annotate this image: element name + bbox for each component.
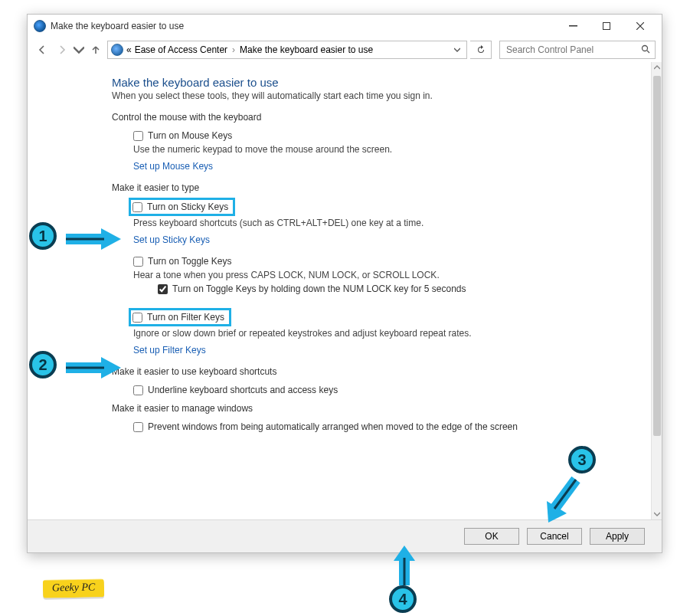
setup-mouse-keys-link[interactable]: Set up Mouse Keys (133, 161, 567, 172)
page-heading: Make the keyboard easier to use (112, 76, 651, 89)
vertical-scrollbar[interactable] (651, 62, 662, 519)
group-legend: Make it easier to use keyboard shortcuts (112, 366, 281, 377)
page-subtext: When you select these tools, they will a… (112, 90, 651, 101)
cancel-button[interactable]: Cancel (527, 528, 582, 545)
type-group: Make it easier to type Turn on Sticky Ke… (112, 182, 567, 356)
dialog-button-bar: OK Cancel Apply (28, 520, 662, 552)
checkbox-label: Prevent windows from being automatically… (148, 421, 518, 432)
mouse-keys-desc: Use the numeric keypad to move the mouse… (133, 144, 567, 155)
scroll-up-arrow-icon[interactable] (652, 62, 662, 73)
toggle-keys-hold-checkbox-row[interactable]: Turn on Toggle Keys by holding down the … (158, 283, 567, 294)
annotation-bubble-1: 1 (29, 222, 57, 250)
manage-windows-group: Make it easier to manage windows Prevent… (112, 403, 567, 432)
filter-keys-desc: Ignore or slow down brief or repeated ke… (133, 328, 567, 339)
turn-on-toggle-keys-checkbox[interactable] (133, 257, 143, 267)
forward-button[interactable] (54, 44, 70, 55)
scroll-down-arrow-icon[interactable] (652, 509, 662, 519)
search-input[interactable] (505, 44, 641, 56)
apply-button[interactable]: Apply (590, 528, 645, 545)
checkbox-label: Turn on Sticky Keys (147, 202, 228, 212)
back-button[interactable] (34, 44, 51, 55)
control-panel-window: Make the keyboard easier to use « Ease o… (27, 14, 662, 553)
group-legend: Make it easier to type (112, 182, 204, 193)
mouse-keys-checkbox-row[interactable]: Turn on Mouse Keys (133, 130, 567, 141)
toggle-keys-desc: Hear a tone when you press CAPS LOCK, NU… (133, 270, 567, 280)
annotation-bubble-2: 2 (29, 351, 57, 378)
checkbox-label: Turn on Filter Keys (147, 312, 224, 323)
underline-shortcuts-checkbox-row[interactable]: Underline keyboard shortcuts and access … (133, 385, 567, 395)
recent-dropdown-icon[interactable] (74, 44, 84, 55)
underline-shortcuts-checkbox[interactable] (133, 385, 143, 395)
ease-of-access-icon (34, 20, 46, 32)
search-box[interactable] (499, 41, 656, 59)
ok-button[interactable]: OK (464, 528, 519, 545)
checkbox-label: Underline keyboard shortcuts and access … (148, 385, 338, 395)
refresh-button[interactable] (470, 41, 492, 59)
chevron-right-icon: › (231, 44, 237, 55)
breadcrumb-prefix: « (126, 44, 132, 55)
turn-on-mouse-keys-checkbox[interactable] (133, 131, 143, 141)
shortcuts-group: Make it easier to use keyboard shortcuts… (112, 366, 567, 395)
maximize-button[interactable] (590, 15, 623, 37)
setup-sticky-keys-link[interactable]: Set up Sticky Keys (133, 234, 567, 245)
page-content: Make the keyboard easier to use When you… (28, 62, 651, 519)
svg-rect-1 (603, 23, 610, 30)
search-icon[interactable] (641, 44, 650, 56)
toggle-keys-checkbox-row[interactable]: Turn on Toggle Keys (133, 256, 567, 267)
turn-on-filter-keys-checkbox[interactable] (132, 313, 142, 323)
sticky-keys-desc: Press keyboard shortcuts (such as CTRL+A… (133, 218, 567, 228)
svg-rect-0 (569, 25, 577, 27)
breadcrumb-item[interactable]: Ease of Access Center (135, 44, 227, 55)
window-title: Make the keyboard easier to use (51, 21, 556, 31)
navigation-toolbar: « Ease of Access Center › Make the keybo… (28, 38, 662, 62)
sticky-keys-highlight: Turn on Sticky Keys (129, 198, 235, 216)
annotation-bubble-4: 4 (389, 585, 417, 613)
prevent-arrange-checkbox-row[interactable]: Prevent windows from being automatically… (133, 421, 567, 432)
mouse-keys-group: Control the mouse with the keyboard Turn… (112, 112, 567, 172)
annotation-bubble-3: 3 (568, 446, 596, 473)
control-panel-icon (111, 44, 123, 56)
filter-keys-checkbox-row[interactable]: Turn on Filter Keys (132, 312, 224, 323)
sticky-keys-checkbox-row[interactable]: Turn on Sticky Keys (132, 202, 228, 212)
toggle-keys-numlock-hold-checkbox[interactable] (158, 284, 168, 294)
breadcrumb-item[interactable]: Make the keyboard easier to use (240, 44, 373, 55)
scroll-thumb[interactable] (653, 76, 661, 436)
prevent-auto-arrange-checkbox[interactable] (133, 422, 143, 432)
turn-on-sticky-keys-checkbox[interactable] (132, 202, 142, 212)
group-legend: Control the mouse with the keyboard (112, 112, 266, 123)
watermark-geeky-pc: Geeky PC (43, 578, 105, 598)
setup-filter-keys-link[interactable]: Set up Filter Keys (133, 345, 567, 356)
checkbox-label: Turn on Toggle Keys (148, 256, 231, 267)
address-bar[interactable]: « Ease of Access Center › Make the keybo… (107, 41, 467, 59)
minimize-button[interactable] (556, 15, 590, 37)
svg-point-2 (643, 45, 648, 51)
titlebar: Make the keyboard easier to use (28, 15, 662, 38)
checkbox-label: Turn on Toggle Keys by holding down the … (172, 283, 466, 294)
checkbox-label: Turn on Mouse Keys (148, 130, 232, 141)
up-button[interactable] (87, 44, 104, 55)
filter-keys-highlight: Turn on Filter Keys (129, 308, 231, 326)
group-legend: Make it easier to manage windows (112, 403, 257, 414)
address-dropdown-icon[interactable] (451, 44, 463, 55)
close-button[interactable] (623, 15, 657, 37)
content-viewport: Make the keyboard easier to use When you… (28, 62, 662, 520)
